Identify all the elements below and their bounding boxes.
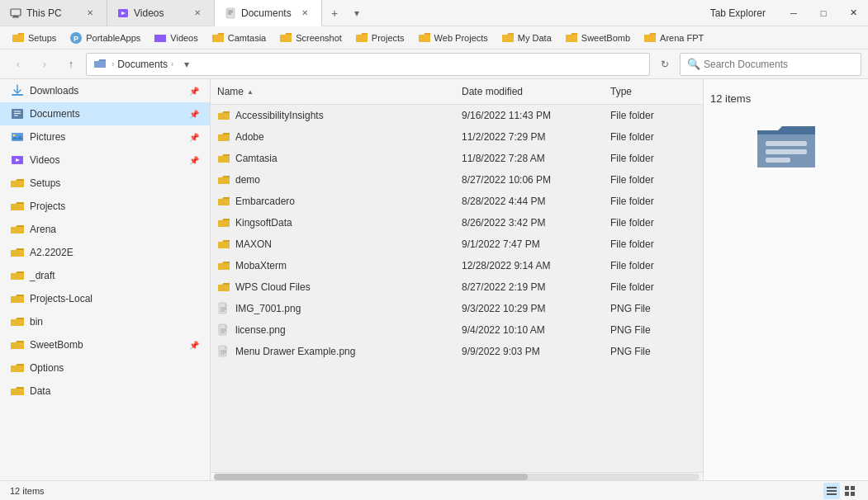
svg-rect-41 xyxy=(845,492,849,496)
file-row[interactable]: Embarcadero 8/28/2022 4:44 PM File folde… xyxy=(211,191,703,212)
toolbar-projects[interactable]: Projects xyxy=(350,30,410,46)
column-header-type[interactable]: Type xyxy=(604,83,703,101)
file-name: Menu Drawer Example.png xyxy=(235,346,355,357)
file-type-cell: File folder xyxy=(604,279,703,295)
file-row[interactable]: WPS Cloud Files 8/27/2022 2:19 PM File f… xyxy=(211,276,703,298)
file-row[interactable]: Camtasia 11/8/2022 7:28 AM File folder xyxy=(211,148,703,169)
sidebar-item-setups[interactable]: Setups xyxy=(0,172,210,195)
pin-icon-sweetbomb: 📌 xyxy=(188,339,200,351)
breadcrumb-documents[interactable]: Documents xyxy=(117,59,168,70)
file-type-cell: PNG File xyxy=(604,322,703,338)
sidebar-item-videos[interactable]: Videos 📌 xyxy=(0,149,210,172)
setups-folder-icon xyxy=(12,31,25,45)
file-name-cell: KingsoftData xyxy=(211,214,455,232)
grid-view-button[interactable] xyxy=(842,483,858,499)
sidebar-item-sweetbomb[interactable]: SweetBomb 📌 xyxy=(0,333,210,356)
svg-rect-16 xyxy=(12,133,23,141)
tab-documents[interactable]: Documents ✕ xyxy=(215,0,322,26)
list-view-button[interactable] xyxy=(823,483,840,499)
toolbar-screenshot[interactable]: Screenshot xyxy=(274,30,347,46)
file-row[interactable]: license.png 9/4/2022 10:10 AM PNG File xyxy=(211,319,703,341)
tab-this-pc[interactable]: This PC ✕ xyxy=(0,0,107,26)
file-type-cell: File folder xyxy=(604,257,703,274)
file-row[interactable]: Menu Drawer Example.png 9/9/2022 9:03 PM… xyxy=(211,341,703,362)
toolbar-projects-label: Projects xyxy=(372,33,405,43)
sidebar: Downloads 📌 Documents 📌 xyxy=(0,79,211,480)
file-row[interactable]: KingsoftData 8/26/2022 3:42 PM File fold… xyxy=(211,212,703,233)
horizontal-scrollbar[interactable] xyxy=(211,472,703,480)
search-box[interactable]: 🔍 xyxy=(680,53,861,76)
sidebar-item-documents[interactable]: Documents 📌 xyxy=(0,102,210,125)
status-count: 12 items xyxy=(10,486,45,496)
sidebar-item-bin[interactable]: bin xyxy=(0,310,210,333)
close-button[interactable]: ✕ xyxy=(838,0,868,26)
toolbar-setups[interactable]: Setups xyxy=(7,30,61,46)
sidebar-item-downloads[interactable]: Downloads 📌 xyxy=(0,79,210,102)
svg-rect-5 xyxy=(226,8,235,18)
pictures-icon xyxy=(10,130,25,144)
address-box[interactable]: › Documents › ▾ xyxy=(86,53,650,76)
tab-overflow-button[interactable]: ▾ xyxy=(347,0,367,26)
toolbar-videos[interactable]: Videos xyxy=(149,30,202,46)
webprojects-icon xyxy=(418,31,431,45)
sidebar-projects-label: Projects xyxy=(30,200,200,212)
downloads-icon xyxy=(10,83,25,98)
tab-videos[interactable]: Videos ✕ xyxy=(107,0,215,26)
file-type-cell: File folder xyxy=(604,172,703,188)
sidebar-item-a22202e[interactable]: A2.2202E xyxy=(0,241,210,264)
tab-documents-close[interactable]: ✕ xyxy=(298,7,311,20)
videos-quick-icon xyxy=(154,31,167,45)
file-row[interactable]: IMG_7001.png 9/3/2022 10:29 PM PNG File xyxy=(211,298,703,319)
documents-icon xyxy=(10,106,25,121)
sidebar-draft-label: _draft xyxy=(30,270,200,281)
sidebar-item-arena[interactable]: Arena xyxy=(0,218,210,241)
pin-icon-pictures: 📌 xyxy=(188,131,200,143)
sidebar-item-data[interactable]: Data xyxy=(0,380,210,403)
svg-point-18 xyxy=(13,134,16,137)
up-button[interactable]: ↑ xyxy=(59,53,83,76)
tab-videos-close[interactable]: ✕ xyxy=(191,7,204,20)
toolbar-setups-label: Setups xyxy=(28,33,56,43)
sidebar-item-projects[interactable]: Projects xyxy=(0,195,210,218)
svg-rect-35 xyxy=(766,158,790,163)
sidebar-item-projects-local[interactable]: Projects-Local xyxy=(0,287,210,310)
refresh-button[interactable]: ↻ xyxy=(653,53,676,76)
folder-icon xyxy=(217,216,230,229)
toolbar-arenafpt[interactable]: Arena FPT xyxy=(638,30,709,46)
sidebar-item-options[interactable]: Options xyxy=(0,356,210,380)
search-input[interactable] xyxy=(704,59,854,70)
file-row[interactable]: MobaXterm 12/28/2022 9:14 AM File folder xyxy=(211,255,703,276)
file-row[interactable]: Adobe 11/2/2022 7:29 PM File folder xyxy=(211,126,703,148)
folder-icon xyxy=(217,281,230,294)
sidebar-item-pictures[interactable]: Pictures 📌 xyxy=(0,125,210,149)
file-name: Camtasia xyxy=(235,153,277,164)
minimize-button[interactable]: ─ xyxy=(779,0,809,26)
toolbar-camtasia[interactable]: Camtasia xyxy=(206,30,271,46)
address-dropdown-button[interactable]: ▾ xyxy=(178,59,195,70)
column-header-name[interactable]: Name ▲ xyxy=(211,83,455,101)
sidebar-projects-local-label: Projects-Local xyxy=(30,293,200,304)
add-tab-button[interactable]: + xyxy=(322,0,347,26)
toolbar-portableapps[interactable]: P PortableApps xyxy=(64,30,145,46)
quick-toolbar: Setups P PortableApps Videos Camtasia Sc… xyxy=(0,26,868,50)
file-type-cell: File folder xyxy=(604,129,703,145)
forward-button[interactable]: › xyxy=(33,53,56,76)
file-row[interactable]: demo 8/27/2022 10:06 PM File folder xyxy=(211,169,703,191)
file-date-cell: 8/26/2022 3:42 PM xyxy=(455,215,604,231)
back-button[interactable]: ‹ xyxy=(7,53,30,76)
file-name-cell: AccessibilityInsights xyxy=(211,106,455,125)
file-row[interactable]: AccessibilityInsights 9/16/2022 11:43 PM… xyxy=(211,105,703,126)
toolbar-mydata[interactable]: My Data xyxy=(496,30,557,46)
tab-this-pc-close[interactable]: ✕ xyxy=(83,7,97,20)
column-header-date[interactable]: Date modified xyxy=(455,83,604,101)
sidebar-item-draft[interactable]: _draft xyxy=(0,264,210,287)
window-controls: ─ □ ✕ xyxy=(779,0,868,26)
toolbar-webprojects[interactable]: Web Projects xyxy=(413,30,493,46)
file-name: KingsoftData xyxy=(235,217,292,229)
toolbar-sweetbomb[interactable]: SweetBomb xyxy=(560,30,635,46)
maximize-button[interactable]: □ xyxy=(809,0,838,26)
main-area: Downloads 📌 Documents 📌 xyxy=(0,79,868,480)
options-icon xyxy=(10,361,25,375)
file-row[interactable]: MAXON 9/1/2022 7:47 PM File folder xyxy=(211,233,703,255)
pin-icon: 📌 xyxy=(188,85,200,97)
